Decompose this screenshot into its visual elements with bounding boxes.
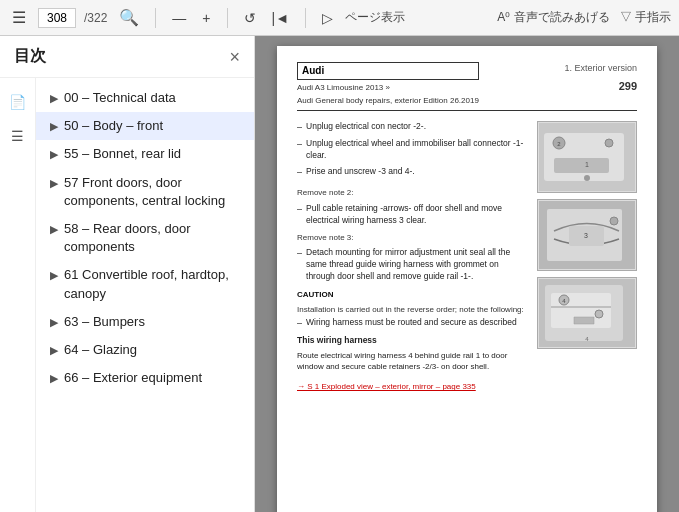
separator-2	[227, 8, 228, 28]
bullet-text-install-1: Wiring harness must be routed and secure…	[306, 317, 517, 330]
toc-arrow-50: ▶	[50, 119, 58, 134]
separator-1	[155, 8, 156, 28]
menu-icon[interactable]: ☰	[8, 6, 30, 29]
rotate-icon[interactable]: ↺	[240, 8, 260, 28]
toolbar: ☰ /322 🔍 — + ↺ |◄ ▷ ページ表示 A⁰ 音声で読みあげる ▽ …	[0, 0, 679, 36]
search-icon[interactable]: 🔍	[115, 6, 143, 29]
toc-arrow-57: ▶	[50, 176, 58, 191]
toc-label[interactable]: ▽ 手指示	[620, 9, 671, 26]
bullet-2: – Unplug electrical wheel and immobilise…	[297, 138, 529, 162]
warning-text: Installation is carried out in the rever…	[297, 304, 529, 315]
bullet-text-2: Unplug electrical wheel and immobiliser …	[306, 138, 529, 162]
warning-title: CAUTION	[297, 289, 529, 300]
bullet-5: – Detach mounting for mirror adjustment …	[297, 247, 529, 283]
main-area: 目次 × 📄 ☰ ▶ 00 – Technical data ▶ 50 – Bo…	[0, 36, 679, 512]
note-2-text: Remove note 3:	[297, 233, 353, 242]
pdf-logo: Audi	[297, 62, 479, 80]
add-button[interactable]: +	[198, 8, 214, 28]
bullet-3: – Prise and unscrew -3 and 4-.	[297, 166, 529, 179]
dash-5: –	[297, 247, 302, 283]
dash-1: –	[297, 121, 302, 134]
page-view-icon[interactable]: ▷	[318, 8, 337, 28]
sidebar-body: 📄 ☰ ▶ 00 – Technical data ▶ 50 – Body – …	[0, 78, 254, 512]
toc-item-55[interactable]: ▶ 55 – Bonnet, rear lid	[36, 140, 254, 168]
route-section: This wiring harness Route electrical wir…	[297, 335, 529, 372]
toc-arrow-55: ▶	[50, 147, 58, 162]
toc-item-63[interactable]: ▶ 63 – Bumpers	[36, 308, 254, 336]
toc-item-00[interactable]: ▶ 00 – Technical data	[36, 84, 254, 112]
svg-point-18	[595, 310, 603, 318]
toc-label-58: 58 – Rear doors, door components	[64, 220, 244, 256]
pdf-page: Audi Audi A3 Limousine 2013 » Audi Gener…	[277, 46, 657, 512]
svg-point-3	[605, 139, 613, 147]
toc-arrow-00: ▶	[50, 91, 58, 106]
voice-label[interactable]: A⁰ 音声で読みあげる	[497, 9, 609, 26]
toc-item-64[interactable]: ▶ 64 – Glazing	[36, 336, 254, 364]
pdf-link-section: → S 1 Exploded view – exterior, mirror –…	[297, 380, 529, 393]
bullet-install-1: – Wiring harness must be routed and secu…	[297, 317, 529, 330]
pdf-subtitle: Audi General body repairs, exterior Edit…	[297, 95, 479, 106]
toc-label-64: 64 – Glazing	[64, 341, 137, 359]
bullet-text-5: Detach mounting for mirror adjustment un…	[306, 247, 529, 283]
diagram-svg-1: 1 2	[539, 123, 635, 191]
svg-text:1: 1	[585, 161, 589, 168]
warning-section: CAUTION Installation is carried out in t…	[297, 289, 529, 315]
dash-3: –	[297, 166, 302, 179]
pdf-section: 1. Exterior version	[564, 62, 637, 75]
diagram-svg-2: 3	[539, 201, 635, 269]
toc-label-63: 63 – Bumpers	[64, 313, 145, 331]
skip-back-icon[interactable]: |◄	[268, 8, 294, 28]
pdf-area: Audi Audi A3 Limousine 2013 » Audi Gener…	[255, 36, 679, 512]
route-text: Route electrical wiring harness 4 behind…	[297, 350, 529, 372]
toc-label-55: 55 – Bonnet, rear lid	[64, 145, 181, 163]
pdf-images-column: 1 2 3	[537, 121, 637, 392]
sidebar-title: 目次	[14, 46, 46, 67]
toc-item-50[interactable]: ▶ 50 – Body – front	[36, 112, 254, 140]
toc-arrow-58: ▶	[50, 222, 58, 237]
toc-label-57: 57 Front doors, door components, central…	[64, 174, 244, 210]
route-title: This wiring harness	[297, 335, 529, 347]
toc-item-57[interactable]: ▶ 57 Front doors, door components, centr…	[36, 169, 254, 215]
toc-label-66: 66 – Exterior equipment	[64, 369, 202, 387]
minus-button[interactable]: —	[168, 8, 190, 28]
pdf-image-3: 4 4	[537, 277, 637, 349]
pdf-page-number: 299	[564, 79, 637, 94]
svg-text:3: 3	[584, 232, 588, 239]
toc-label-50: 50 – Body – front	[64, 117, 163, 135]
sidebar-header: 目次 ×	[0, 36, 254, 78]
toc-label-00: 00 – Technical data	[64, 89, 176, 107]
toc-item-61[interactable]: ▶ 61 Convertible roof, hardtop, canopy	[36, 261, 254, 307]
page-total: /322	[84, 11, 107, 25]
toc-arrow-61: ▶	[50, 268, 58, 283]
page-view-label[interactable]: ページ表示	[345, 9, 405, 26]
note-2: Remove note 3:	[297, 231, 529, 244]
toc-arrow-63: ▶	[50, 315, 58, 330]
pdf-image-2: 3	[537, 199, 637, 271]
separator-3	[305, 8, 306, 28]
diagram-svg-3: 4 4	[539, 279, 635, 347]
toc-label-61: 61 Convertible roof, hardtop, canopy	[64, 266, 244, 302]
bullet-1: – Unplug electrical con nector -2-.	[297, 121, 529, 134]
pdf-text-content: – Unplug electrical con nector -2-. – Un…	[297, 121, 529, 392]
toc-item-58[interactable]: ▶ 58 – Rear doors, door components	[36, 215, 254, 261]
svg-point-12	[610, 217, 618, 225]
svg-rect-4	[554, 158, 609, 173]
bullet-4: – Pull cable retaining -arrows- off door…	[297, 203, 529, 227]
sidebar-icon-panel: 📄 ☰	[0, 78, 36, 512]
toc-arrow-64: ▶	[50, 343, 58, 358]
dash-install-1: –	[297, 317, 302, 330]
toc-list-icon[interactable]: ☰	[7, 124, 28, 148]
page-number-input[interactable]	[38, 8, 76, 28]
bullet-text-1: Unplug electrical con nector -2-.	[306, 121, 426, 134]
svg-point-7	[584, 175, 590, 181]
dash-4: –	[297, 203, 302, 227]
pdf-link-exploded[interactable]: → S 1 Exploded view – exterior, mirror –…	[297, 382, 476, 391]
pdf-image-1: 1 2	[537, 121, 637, 193]
toc-item-66[interactable]: ▶ 66 – Exterior equipment	[36, 364, 254, 392]
toolbar-right: A⁰ 音声で読みあげる ▽ 手指示	[497, 9, 671, 26]
bullet-text-3: Prise and unscrew -3 and 4-.	[306, 166, 415, 179]
toc-page-icon[interactable]: 📄	[5, 90, 30, 114]
toc-list: ▶ 00 – Technical data ▶ 50 – Body – fron…	[36, 78, 254, 512]
pdf-header-left: Audi Audi A3 Limousine 2013 » Audi Gener…	[297, 62, 479, 106]
sidebar-close-button[interactable]: ×	[229, 48, 240, 66]
